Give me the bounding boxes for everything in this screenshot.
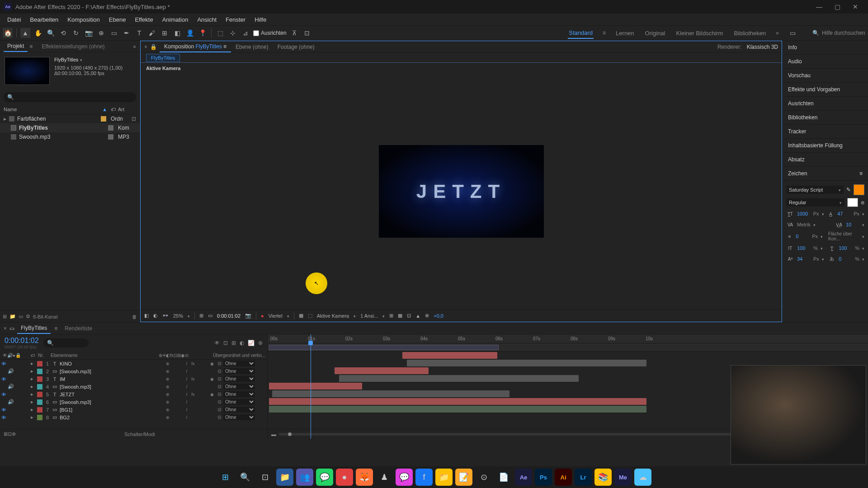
panel-effekte[interactable]: Effekte und Vorgaben (783, 83, 868, 97)
res-icon[interactable]: ⊞ (199, 313, 203, 319)
kerning[interactable]: Metrik (797, 222, 811, 227)
lr-app-icon[interactable]: Lr (575, 469, 592, 486)
new-comp-icon[interactable]: ▭ (19, 314, 23, 319)
tsume[interactable]: 0 (839, 256, 852, 262)
hscale[interactable]: 100 (839, 245, 852, 251)
panel-ausrichten[interactable]: Ausrichten (783, 97, 868, 111)
me-app-icon[interactable]: Me (614, 469, 632, 486)
channels-icon[interactable]: ● (261, 313, 264, 319)
guides-icon[interactable]: ▦ (398, 313, 402, 319)
project-header-name[interactable]: Name (4, 107, 102, 112)
project-header-type[interactable]: Art (118, 107, 136, 112)
workspace-original[interactable]: Original (644, 28, 666, 38)
snapshot-icon[interactable]: 📷 (245, 313, 251, 319)
notepad-icon[interactable]: 📄 (495, 469, 512, 486)
schalter-modi[interactable]: Schalter/Modi (124, 432, 155, 437)
close-button[interactable]: ✕ (846, 0, 864, 14)
header-num[interactable]: Nr. (38, 353, 51, 358)
vscale[interactable]: 100 (797, 245, 811, 251)
tab-projekt[interactable]: Projekt (4, 41, 28, 52)
tab-footage[interactable]: Footage (ohne) (273, 42, 319, 52)
ps-app-icon[interactable]: Ps (535, 469, 552, 486)
timeline-layer[interactable]: 🔊 ▸ 2 ▭ [Swoosh.mp3] ⊛ / ⊙Ohne (0, 367, 267, 375)
baseline[interactable]: 34 (797, 256, 811, 262)
work-area[interactable] (269, 345, 499, 350)
camera-tool[interactable]: 📷 (84, 28, 94, 38)
toggle2-icon[interactable]: ⊡ (8, 431, 12, 437)
current-time[interactable]: 0:00:01:02 (217, 313, 241, 319)
workspace-lernen[interactable]: Lernen (615, 28, 635, 38)
toggle3-icon[interactable]: ⊕ (12, 431, 16, 437)
hand-tool[interactable]: ✋ (33, 28, 43, 38)
notes-icon[interactable]: 📝 (455, 469, 472, 486)
eraser-tool[interactable]: ◧ (172, 28, 182, 38)
panel-vorschau[interactable]: Vorschau (783, 69, 868, 83)
roto-tool[interactable]: 👤 (185, 28, 195, 38)
brain-icon[interactable]: ⊕ (258, 340, 263, 346)
orbit-tool[interactable]: ⟲ (58, 28, 68, 38)
mask-icon[interactable]: ◐ (153, 313, 158, 319)
stroke-over[interactable]: Fläche über Kon... (828, 231, 859, 241)
timeline-layer[interactable]: 🔊 ▸ 6 ▭ [Swoosh.mp3] ⊛ / ⊙Ohne (0, 398, 267, 406)
tab-effekte[interactable]: Effekteinstellungen (ohne) (38, 42, 108, 52)
panel-inhalt[interactable]: Inhaltsbasierte Füllung (783, 139, 868, 153)
workspace-standard[interactable]: Standard (568, 28, 594, 39)
header-layer[interactable]: Ebenenname (51, 353, 159, 358)
whatsapp-icon[interactable]: 💬 (316, 469, 333, 486)
menu-bearbeiten[interactable]: Bearbeiten (25, 14, 63, 25)
obs-icon[interactable]: ⊙ (475, 469, 492, 486)
menu-datei[interactable]: Datei (3, 14, 25, 25)
minimize-button[interactable]: — (810, 0, 828, 14)
workspace-bibliotheken[interactable]: Bibliotheken (733, 28, 767, 38)
layer-bar-3[interactable] (335, 367, 429, 374)
start-icon[interactable]: ⊞ (217, 469, 234, 486)
grid-icon[interactable]: ⊞ (389, 313, 393, 319)
eyedropper-icon[interactable]: ✎ (846, 187, 851, 193)
composition-viewer[interactable]: JETZT ↖ (141, 74, 782, 309)
stroke-color[interactable] (847, 198, 858, 207)
bit-depth[interactable]: 8-Bit-Kanal (33, 314, 57, 319)
menu-ansicht[interactable]: Ansicht (193, 14, 221, 25)
menu-animation[interactable]: Animation (158, 14, 193, 25)
app1-icon[interactable]: ● (336, 469, 353, 486)
layer-bar-4[interactable] (339, 375, 579, 382)
timeline-layer[interactable]: 👁 ▸ 1 T KINO ⊛ /fx ◉ ⊙Ohne (0, 360, 267, 367)
menu-fenster[interactable]: Fenster (221, 14, 250, 25)
text-tool[interactable]: T (134, 28, 144, 38)
trash-icon[interactable]: 🗑 (132, 314, 137, 319)
app2-icon[interactable]: ♟ (376, 469, 393, 486)
settings-icon[interactable]: ⚙ (26, 314, 30, 319)
panel-audio[interactable]: Audio (783, 55, 868, 69)
timeline-layer[interactable]: 👁 ▸ 7 ▭ [BG1] ⊛ / ⊙Ohne (0, 406, 267, 413)
ausrichten-checkbox[interactable] (253, 30, 259, 36)
menu-effekte[interactable]: Effekte (130, 14, 157, 25)
goggles-icon[interactable]: 👓 (162, 313, 169, 319)
clone-tool[interactable]: ⊞ (160, 28, 170, 38)
layer-bar-5[interactable] (269, 383, 362, 389)
tab-ebene[interactable]: Ebene (ohne) (231, 42, 273, 52)
facebook-icon[interactable]: f (415, 469, 433, 486)
snap-edge-icon[interactable]: ⊼ (289, 28, 299, 38)
zoom-tool[interactable]: 🔍 (46, 28, 56, 38)
pixel-icon[interactable]: ⊡ (407, 313, 411, 319)
layer-bar-6[interactable] (272, 390, 509, 397)
font-style[interactable]: Regular (786, 198, 844, 206)
font-size[interactable]: 1000 (797, 211, 811, 216)
pen-tool[interactable]: ✒ (122, 28, 132, 38)
resolution[interactable]: Viertel (269, 313, 283, 319)
project-item-audio[interactable]: Swoosh.mp3 MP3 (0, 132, 140, 141)
brush-tool[interactable]: 🖌 (147, 28, 157, 38)
home-icon[interactable]: 🏠 (3, 28, 13, 38)
panel-absatz[interactable]: Absatz (783, 153, 868, 167)
snap-layer-icon[interactable]: ⊡ (302, 28, 312, 38)
layer-bar-1[interactable] (402, 352, 497, 359)
alpha-icon[interactable]: ◧ (144, 313, 149, 319)
rotate-tool[interactable]: ↻ (71, 28, 81, 38)
playhead[interactable] (311, 334, 311, 439)
new-folder-icon[interactable]: 📁 (9, 314, 16, 319)
shy-icon[interactable]: 👁 (214, 340, 220, 346)
workspace-kleiner[interactable]: Kleiner Bildschirm (675, 28, 724, 38)
layer-bar-7[interactable] (269, 398, 646, 405)
panel-tracker[interactable]: Tracker (783, 125, 868, 139)
timeline-layer[interactable]: 👁 ▸ 8 ▭ BG2 ⊛ / ⊙Ohne (0, 413, 267, 421)
